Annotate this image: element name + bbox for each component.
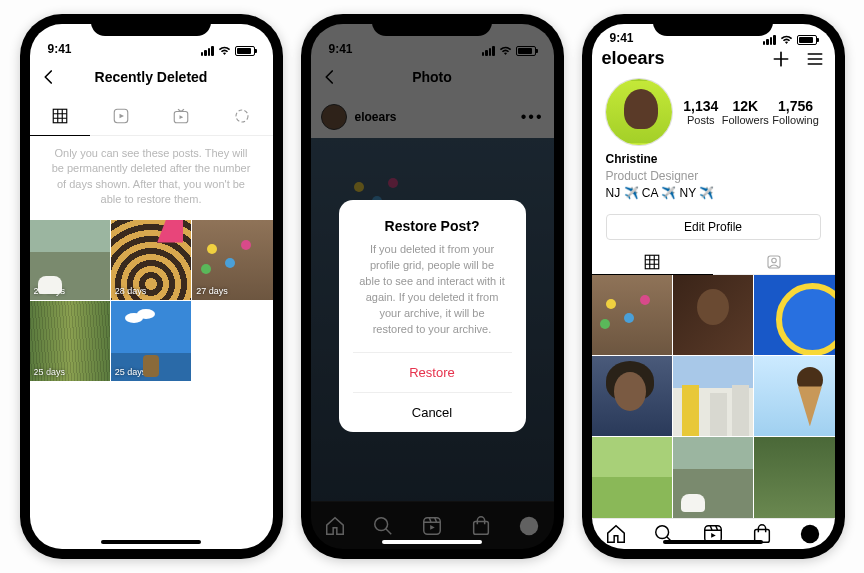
- profile-header: eloears: [592, 47, 835, 72]
- profile-post[interactable]: [673, 437, 753, 517]
- stat-value: 1,134: [683, 98, 718, 114]
- reel-icon: [112, 107, 130, 125]
- svg-point-3: [236, 110, 248, 122]
- bio-location: NJ ✈️ CA ✈️ NY ✈️: [606, 185, 821, 202]
- svg-point-4: [375, 517, 388, 530]
- wifi-icon: [780, 35, 793, 45]
- username[interactable]: eloears: [602, 48, 665, 69]
- nav-home-icon[interactable]: [605, 523, 627, 545]
- tab-posts[interactable]: [30, 96, 91, 136]
- nav-shop-icon[interactable]: [470, 515, 492, 537]
- profile-tabs: [592, 250, 835, 275]
- days-badge: 27 days: [196, 286, 228, 296]
- days-badge: 25 days: [115, 367, 147, 377]
- new-post-icon[interactable]: [771, 49, 791, 69]
- nav-reels-icon[interactable]: [421, 515, 443, 537]
- profile-post[interactable]: [673, 275, 753, 355]
- stat-value: 1,756: [772, 98, 818, 114]
- svg-rect-8: [646, 255, 660, 269]
- username: eloears: [355, 110, 397, 124]
- profile-post[interactable]: [754, 275, 834, 355]
- stats: 1,134 Posts 12K Followers 1,756 Followin…: [682, 98, 821, 126]
- profile-post[interactable]: [673, 356, 753, 436]
- deleted-post[interactable]: 25 days: [30, 301, 110, 381]
- svg-rect-6: [473, 521, 488, 534]
- avatar: [321, 104, 347, 130]
- phone-restore-dialog: 9:41 Photo eloears •••: [301, 14, 564, 559]
- profile-post[interactable]: [592, 275, 672, 355]
- deleted-post[interactable]: 27 days: [192, 220, 272, 300]
- profile-post[interactable]: [754, 356, 834, 436]
- tab-grid[interactable]: [592, 250, 714, 275]
- wifi-icon: [218, 46, 231, 56]
- wifi-icon: [499, 46, 512, 56]
- days-badge: 25 days: [34, 367, 66, 377]
- edit-profile-button[interactable]: Edit Profile: [606, 214, 821, 240]
- info-text: Only you can see these posts. They will …: [30, 136, 273, 220]
- profile-post[interactable]: [754, 437, 834, 517]
- nav-profile-icon[interactable]: [518, 515, 540, 537]
- tagged-icon: [765, 253, 783, 271]
- header: Recently Deleted: [30, 58, 273, 96]
- stat-label: Posts: [683, 114, 718, 126]
- grid-icon: [51, 107, 69, 125]
- deleted-post[interactable]: 25 days: [111, 301, 191, 381]
- tab-reels[interactable]: [90, 96, 151, 135]
- battery-icon: [797, 35, 817, 45]
- stat-value: 12K: [722, 98, 769, 114]
- modal-body: If you deleted it from your profile grid…: [353, 242, 512, 338]
- home-indicator[interactable]: [663, 540, 763, 544]
- story-icon: [233, 107, 251, 125]
- battery-icon: [235, 46, 255, 56]
- bio-name: Christine: [606, 151, 821, 168]
- deleted-posts-grid: 29 days 28 days 27 days 25 days 25 days: [30, 220, 273, 382]
- stat-label: Following: [772, 114, 818, 126]
- home-indicator[interactable]: [101, 540, 201, 544]
- battery-icon: [516, 46, 536, 56]
- signal-icon: [201, 46, 214, 56]
- tab-stories[interactable]: [212, 96, 273, 135]
- deleted-post[interactable]: 28 days: [111, 220, 191, 300]
- profile-stats-row: 1,134 Posts 12K Followers 1,756 Followin…: [592, 71, 835, 149]
- status-icons: [482, 46, 536, 56]
- status-time: 9:41: [48, 42, 72, 56]
- screen: 9:41 Recently Deleted: [30, 24, 273, 549]
- header: Photo: [311, 58, 554, 96]
- nav-profile-icon[interactable]: [799, 523, 821, 545]
- tab-igtv[interactable]: [151, 96, 212, 135]
- stat-following[interactable]: 1,756 Following: [772, 98, 818, 126]
- tab-tagged[interactable]: [713, 250, 835, 274]
- profile-avatar[interactable]: [606, 79, 672, 145]
- nav-search-icon[interactable]: [372, 515, 394, 537]
- post-author-row[interactable]: eloears •••: [311, 96, 554, 138]
- svg-point-11: [656, 526, 669, 539]
- phone-profile: 9:41 eloears 1,134 Posts 12K: [582, 14, 845, 559]
- profile-grid: [592, 275, 835, 518]
- restore-button[interactable]: Restore: [353, 352, 512, 392]
- bottom-nav: [592, 518, 835, 549]
- status-icons: [763, 35, 817, 45]
- page-title: Recently Deleted: [30, 69, 273, 85]
- notch: [372, 14, 492, 36]
- stat-posts[interactable]: 1,134 Posts: [683, 98, 718, 126]
- profile-post[interactable]: [592, 437, 672, 517]
- svg-rect-0: [53, 109, 67, 123]
- back-button[interactable]: [40, 68, 58, 86]
- screen: 9:41 eloears 1,134 Posts 12K: [592, 24, 835, 549]
- svg-point-7: [520, 516, 538, 534]
- menu-icon[interactable]: [805, 49, 825, 69]
- more-icon[interactable]: •••: [521, 108, 544, 126]
- home-indicator[interactable]: [382, 540, 482, 544]
- stat-followers[interactable]: 12K Followers: [722, 98, 769, 126]
- nav-home-icon[interactable]: [324, 515, 346, 537]
- profile-post[interactable]: [592, 356, 672, 436]
- status-icons: [201, 46, 255, 56]
- deleted-post[interactable]: 29 days: [30, 220, 110, 300]
- status-time: 9:41: [329, 42, 353, 56]
- days-badge: 28 days: [115, 286, 147, 296]
- cancel-button[interactable]: Cancel: [353, 392, 512, 432]
- phone-recently-deleted: 9:41 Recently Deleted: [20, 14, 283, 559]
- back-button[interactable]: [321, 68, 339, 86]
- screen: 9:41 Photo eloears •••: [311, 24, 554, 549]
- stat-label: Followers: [722, 114, 769, 126]
